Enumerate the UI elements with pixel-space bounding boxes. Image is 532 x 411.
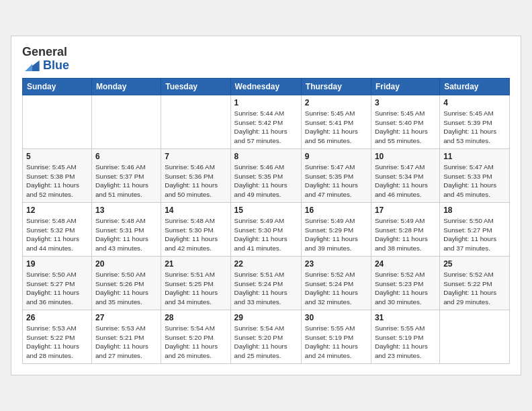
calendar-cell: 4Sunrise: 5:45 AM Sunset: 5:39 PM Daylig… bbox=[440, 95, 510, 148]
calendar-week-row: 19Sunrise: 5:50 AM Sunset: 5:27 PM Dayli… bbox=[23, 256, 510, 310]
day-detail: Sunrise: 5:53 AM Sunset: 5:22 PM Dayligh… bbox=[26, 324, 88, 361]
day-number: 2 bbox=[305, 98, 367, 107]
calendar-week-row: 26Sunrise: 5:53 AM Sunset: 5:22 PM Dayli… bbox=[23, 310, 510, 363]
calendar-cell bbox=[161, 95, 230, 148]
header-thursday: Thursday bbox=[301, 78, 371, 95]
calendar-cell: 30Sunrise: 5:55 AM Sunset: 5:19 PM Dayli… bbox=[301, 310, 371, 363]
day-detail: Sunrise: 5:45 AM Sunset: 5:40 PM Dayligh… bbox=[375, 109, 436, 146]
calendar-cell: 24Sunrise: 5:52 AM Sunset: 5:23 PM Dayli… bbox=[371, 256, 439, 310]
day-number: 16 bbox=[305, 205, 367, 215]
calendar-cell: 12Sunrise: 5:48 AM Sunset: 5:32 PM Dayli… bbox=[23, 202, 92, 256]
header-tuesday: Tuesday bbox=[161, 78, 230, 95]
day-detail: Sunrise: 5:49 AM Sunset: 5:28 PM Dayligh… bbox=[375, 216, 436, 253]
calendar-cell: 26Sunrise: 5:53 AM Sunset: 5:22 PM Dayli… bbox=[23, 310, 92, 363]
calendar-cell: 16Sunrise: 5:49 AM Sunset: 5:29 PM Dayli… bbox=[301, 202, 371, 256]
calendar-table: Sunday Monday Tuesday Wednesday Thursday… bbox=[22, 78, 510, 364]
day-number: 9 bbox=[305, 152, 367, 161]
day-number: 11 bbox=[443, 152, 506, 161]
calendar-cell: 29Sunrise: 5:54 AM Sunset: 5:20 PM Dayli… bbox=[230, 310, 301, 363]
day-detail: Sunrise: 5:52 AM Sunset: 5:22 PM Dayligh… bbox=[443, 270, 506, 307]
calendar-cell bbox=[440, 310, 510, 363]
day-number: 13 bbox=[95, 205, 157, 215]
logo-icon bbox=[25, 60, 40, 71]
day-detail: Sunrise: 5:54 AM Sunset: 5:20 PM Dayligh… bbox=[165, 324, 226, 361]
logo-general-text: General bbox=[22, 45, 67, 58]
calendar-cell: 23Sunrise: 5:52 AM Sunset: 5:24 PM Dayli… bbox=[301, 256, 371, 310]
logo-blue-text: Blue bbox=[43, 58, 69, 72]
day-number: 25 bbox=[443, 259, 506, 269]
calendar-cell: 31Sunrise: 5:55 AM Sunset: 5:19 PM Dayli… bbox=[371, 310, 439, 363]
calendar-cell: 28Sunrise: 5:54 AM Sunset: 5:20 PM Dayli… bbox=[161, 310, 230, 363]
calendar-cell: 11Sunrise: 5:47 AM Sunset: 5:33 PM Dayli… bbox=[440, 148, 510, 202]
calendar-container: General Blue Sunday Monday Tuesday bbox=[11, 36, 521, 375]
day-detail: Sunrise: 5:48 AM Sunset: 5:31 PM Dayligh… bbox=[95, 216, 157, 253]
day-detail: Sunrise: 5:45 AM Sunset: 5:39 PM Dayligh… bbox=[443, 109, 506, 146]
day-detail: Sunrise: 5:51 AM Sunset: 5:25 PM Dayligh… bbox=[165, 270, 226, 307]
day-detail: Sunrise: 5:45 AM Sunset: 5:41 PM Dayligh… bbox=[305, 109, 367, 146]
day-detail: Sunrise: 5:44 AM Sunset: 5:42 PM Dayligh… bbox=[234, 109, 298, 146]
calendar-cell: 25Sunrise: 5:52 AM Sunset: 5:22 PM Dayli… bbox=[440, 256, 510, 310]
calendar-cell: 18Sunrise: 5:50 AM Sunset: 5:27 PM Dayli… bbox=[440, 202, 510, 256]
day-detail: Sunrise: 5:55 AM Sunset: 5:19 PM Dayligh… bbox=[305, 324, 367, 361]
day-number: 29 bbox=[234, 313, 298, 322]
day-number: 15 bbox=[234, 205, 298, 215]
day-detail: Sunrise: 5:46 AM Sunset: 5:37 PM Dayligh… bbox=[95, 163, 157, 199]
day-number: 7 bbox=[165, 152, 226, 161]
day-detail: Sunrise: 5:51 AM Sunset: 5:24 PM Dayligh… bbox=[234, 270, 298, 307]
calendar-cell: 13Sunrise: 5:48 AM Sunset: 5:31 PM Dayli… bbox=[92, 202, 161, 256]
day-detail: Sunrise: 5:55 AM Sunset: 5:19 PM Dayligh… bbox=[375, 324, 436, 361]
calendar-week-row: 12Sunrise: 5:48 AM Sunset: 5:32 PM Dayli… bbox=[23, 202, 510, 256]
header-section: General Blue bbox=[22, 43, 510, 73]
header-sunday: Sunday bbox=[23, 78, 92, 95]
calendar-cell: 10Sunrise: 5:47 AM Sunset: 5:34 PM Dayli… bbox=[371, 148, 439, 202]
day-number: 6 bbox=[95, 152, 157, 161]
calendar-week-row: 1Sunrise: 5:44 AM Sunset: 5:42 PM Daylig… bbox=[23, 95, 510, 148]
day-number: 27 bbox=[95, 313, 157, 322]
day-number: 10 bbox=[375, 152, 436, 161]
calendar-cell: 1Sunrise: 5:44 AM Sunset: 5:42 PM Daylig… bbox=[230, 95, 301, 148]
calendar-week-row: 5Sunrise: 5:45 AM Sunset: 5:38 PM Daylig… bbox=[23, 148, 510, 202]
day-detail: Sunrise: 5:46 AM Sunset: 5:36 PM Dayligh… bbox=[165, 163, 226, 199]
calendar-cell: 9Sunrise: 5:47 AM Sunset: 5:35 PM Daylig… bbox=[301, 148, 371, 202]
day-detail: Sunrise: 5:49 AM Sunset: 5:29 PM Dayligh… bbox=[305, 216, 367, 253]
calendar-cell bbox=[92, 95, 161, 148]
calendar-cell bbox=[23, 95, 92, 148]
day-number: 14 bbox=[165, 205, 226, 215]
calendar-cell: 8Sunrise: 5:46 AM Sunset: 5:35 PM Daylig… bbox=[230, 148, 301, 202]
day-number: 23 bbox=[305, 259, 367, 269]
calendar-cell: 6Sunrise: 5:46 AM Sunset: 5:37 PM Daylig… bbox=[92, 148, 161, 202]
calendar-cell: 3Sunrise: 5:45 AM Sunset: 5:40 PM Daylig… bbox=[371, 95, 439, 148]
day-number: 5 bbox=[26, 152, 88, 161]
day-number: 26 bbox=[26, 313, 88, 322]
day-number: 4 bbox=[443, 98, 506, 107]
calendar-cell: 20Sunrise: 5:50 AM Sunset: 5:26 PM Dayli… bbox=[92, 256, 161, 310]
day-detail: Sunrise: 5:50 AM Sunset: 5:27 PM Dayligh… bbox=[26, 270, 88, 307]
day-detail: Sunrise: 5:45 AM Sunset: 5:38 PM Dayligh… bbox=[26, 163, 88, 199]
day-detail: Sunrise: 5:49 AM Sunset: 5:30 PM Dayligh… bbox=[234, 216, 298, 253]
calendar-cell: 19Sunrise: 5:50 AM Sunset: 5:27 PM Dayli… bbox=[23, 256, 92, 310]
day-detail: Sunrise: 5:52 AM Sunset: 5:24 PM Dayligh… bbox=[305, 270, 367, 307]
day-number: 30 bbox=[305, 313, 367, 322]
day-detail: Sunrise: 5:52 AM Sunset: 5:23 PM Dayligh… bbox=[375, 270, 436, 307]
calendar-cell: 27Sunrise: 5:53 AM Sunset: 5:21 PM Dayli… bbox=[92, 310, 161, 363]
calendar-cell: 14Sunrise: 5:48 AM Sunset: 5:30 PM Dayli… bbox=[161, 202, 230, 256]
day-detail: Sunrise: 5:50 AM Sunset: 5:26 PM Dayligh… bbox=[95, 270, 157, 307]
calendar-cell: 2Sunrise: 5:45 AM Sunset: 5:41 PM Daylig… bbox=[301, 95, 371, 148]
day-number: 28 bbox=[165, 313, 226, 322]
day-number: 1 bbox=[234, 98, 298, 107]
day-number: 21 bbox=[165, 259, 226, 269]
weekday-header-row: Sunday Monday Tuesday Wednesday Thursday… bbox=[23, 78, 510, 95]
day-detail: Sunrise: 5:47 AM Sunset: 5:33 PM Dayligh… bbox=[443, 163, 506, 199]
calendar-cell: 15Sunrise: 5:49 AM Sunset: 5:30 PM Dayli… bbox=[230, 202, 301, 256]
day-detail: Sunrise: 5:48 AM Sunset: 5:30 PM Dayligh… bbox=[165, 216, 226, 253]
calendar-cell: 7Sunrise: 5:46 AM Sunset: 5:36 PM Daylig… bbox=[161, 148, 230, 202]
day-number: 22 bbox=[234, 259, 298, 269]
day-detail: Sunrise: 5:54 AM Sunset: 5:20 PM Dayligh… bbox=[234, 324, 298, 361]
day-detail: Sunrise: 5:46 AM Sunset: 5:35 PM Dayligh… bbox=[234, 163, 298, 199]
day-number: 20 bbox=[95, 259, 157, 269]
logo: General Blue bbox=[22, 46, 69, 73]
day-number: 24 bbox=[375, 259, 436, 269]
day-number: 18 bbox=[443, 205, 506, 215]
day-number: 12 bbox=[26, 205, 88, 215]
header-friday: Friday bbox=[371, 78, 439, 95]
